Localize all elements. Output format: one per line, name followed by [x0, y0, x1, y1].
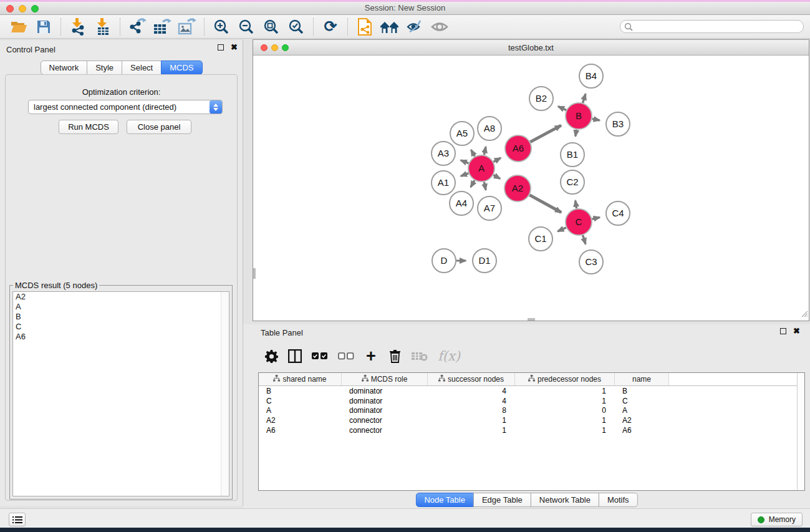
horizontal-scroll-thumb[interactable] [528, 318, 535, 321]
hide-graphics-details-icon[interactable] [402, 17, 427, 37]
float-panel-icon[interactable] [218, 44, 224, 51]
mcds-result-item[interactable]: C [13, 322, 229, 332]
column-hierarchy-icon [438, 375, 445, 384]
create-column-icon[interactable]: + [364, 348, 378, 364]
graph-node-B4[interactable]: B4 [579, 64, 603, 88]
tab-network[interactable]: Network [40, 60, 87, 75]
tab-select[interactable]: Select [122, 60, 162, 75]
save-icon[interactable] [31, 17, 56, 37]
column-header-name[interactable]: name [615, 373, 669, 385]
zoom-in-icon[interactable] [209, 17, 234, 37]
mcds-result-list[interactable]: A2ABCA6 [12, 291, 229, 496]
graph-edge-A-A5 [471, 150, 475, 157]
run-mcds-button[interactable]: Run MCDS [59, 120, 118, 134]
graph-node-A1[interactable]: A1 [432, 171, 455, 195]
import-network-icon[interactable] [65, 17, 90, 37]
table-row[interactable]: A6connector11A6 [259, 425, 804, 435]
tab-style[interactable]: Style [87, 60, 122, 75]
import-table-icon[interactable] [90, 17, 115, 37]
graph-node-A7[interactable]: A7 [478, 196, 501, 220]
table-float-panel-icon[interactable] [780, 328, 786, 334]
show-columns-icon[interactable] [288, 348, 302, 364]
close-panel-icon[interactable]: ✖ [231, 44, 238, 51]
zoom-fit-icon[interactable] [259, 17, 284, 37]
network-canvas[interactable]: AA6A2BCA5A8A3A1A4A7B4B2B3B1C2C4C1C3DD1 [253, 56, 809, 321]
table-row[interactable]: Cdominator41C [259, 396, 804, 406]
graph-node-C1[interactable]: C1 [529, 227, 552, 251]
vertical-scroll-thumb[interactable] [253, 268, 256, 279]
zoom-selected-icon[interactable] [284, 17, 309, 37]
criterion-dropdown[interactable]: largest connected component (directed) [28, 100, 223, 114]
column-header-mcds-role[interactable]: MCDS role [342, 373, 428, 385]
graph-node-B1[interactable]: B1 [561, 143, 584, 167]
mcds-result-item[interactable]: A6 [13, 332, 229, 342]
result-list-scrollbar[interactable] [221, 292, 229, 496]
show-graphics-details-icon[interactable] [427, 17, 452, 37]
close-panel-button[interactable]: Close panel [127, 120, 191, 134]
search-field[interactable] [620, 20, 804, 33]
refresh-icon[interactable]: ⟳ [318, 17, 343, 37]
list-icon [12, 516, 22, 524]
tab-edge-table[interactable]: Edge Table [473, 493, 531, 507]
network-window-titlebar[interactable]: testGlobe.txt [253, 40, 809, 56]
delete-column-trash-icon[interactable] [388, 348, 402, 364]
export-image-icon[interactable] [175, 17, 200, 37]
table-row[interactable]: Bdominator41B [259, 386, 804, 396]
graph-node-A6[interactable]: A6 [505, 135, 531, 162]
graph-node-A2[interactable]: A2 [504, 175, 531, 201]
resize-grip-icon[interactable] [799, 309, 808, 320]
mcds-result-item[interactable]: A2 [13, 292, 229, 302]
column-header-predecessor-nodes[interactable]: predecessor nodes [515, 373, 615, 385]
open-file-icon[interactable] [6, 17, 31, 37]
graph-edge-C-C2 [576, 201, 577, 209]
graph-node-D1[interactable]: D1 [473, 249, 496, 273]
mcds-result-item[interactable]: B [13, 312, 229, 322]
show-panels-list-button[interactable] [9, 513, 26, 526]
svg-text:A5: A5 [456, 128, 468, 138]
first-neighbors-icon[interactable] [377, 17, 402, 37]
graph-node-C3[interactable]: C3 [579, 250, 603, 274]
search-input[interactable] [633, 22, 803, 31]
graph-node-A3[interactable]: A3 [432, 142, 455, 165]
zoom-out-icon[interactable] [234, 17, 259, 37]
table-row[interactable]: Adominator80A [259, 405, 804, 415]
new-network-from-file-icon[interactable] [352, 17, 377, 37]
graph-node-A4[interactable]: A4 [450, 191, 473, 215]
unselect-all-columns-icon[interactable] [338, 348, 354, 364]
svg-text:C1: C1 [534, 233, 546, 244]
graph-node-C2[interactable]: C2 [561, 170, 584, 194]
graph-node-A[interactable]: A [468, 155, 494, 181]
delete-table-icon[interactable] [412, 348, 428, 364]
svg-text:B3: B3 [612, 118, 624, 129]
mcds-result-group: MCDS result (5 nodes) A2ABCA6 [9, 285, 233, 500]
svg-text:C2: C2 [566, 177, 578, 187]
select-all-columns-icon[interactable] [312, 348, 328, 364]
function-builder-icon[interactable]: f(x) [438, 348, 460, 364]
table-close-panel-icon[interactable]: ✖ [793, 328, 800, 334]
table-scrollbar[interactable] [797, 373, 804, 490]
graph-node-A8[interactable]: A8 [478, 117, 501, 140]
column-header-shared-name[interactable]: shared name [259, 373, 342, 385]
tab-node-table[interactable]: Node Table [415, 493, 474, 507]
graph-node-C4[interactable]: C4 [606, 201, 630, 225]
graph-node-A5[interactable]: A5 [450, 122, 474, 145]
control-panel-title: Control Panel [6, 45, 55, 54]
table-row[interactable]: A2connector11A2 [259, 415, 804, 425]
graph-edge-A-A1 [461, 173, 468, 177]
memory-button[interactable]: Memory [751, 513, 803, 526]
graph-node-B2[interactable]: B2 [529, 87, 553, 110]
graph-node-C[interactable]: C [566, 209, 592, 235]
tab-network-table[interactable]: Network Table [531, 493, 599, 507]
tab-mcds[interactable]: MCDS [161, 60, 202, 75]
svg-text:B4: B4 [586, 70, 597, 81]
tab-motifs[interactable]: Motifs [599, 493, 638, 507]
export-network-icon[interactable] [125, 17, 150, 37]
graph-node-B[interactable]: B [566, 103, 592, 129]
table-panel: Table Panel ✖ + f(x) [243, 324, 810, 508]
export-table-icon[interactable] [150, 17, 175, 37]
column-header-successor-nodes[interactable]: successor nodes [428, 373, 515, 385]
mcds-result-item[interactable]: A [13, 302, 229, 312]
graph-node-D[interactable]: D [432, 249, 456, 273]
graph-node-B3[interactable]: B3 [606, 112, 630, 136]
table-settings-gear-icon[interactable] [264, 348, 278, 364]
